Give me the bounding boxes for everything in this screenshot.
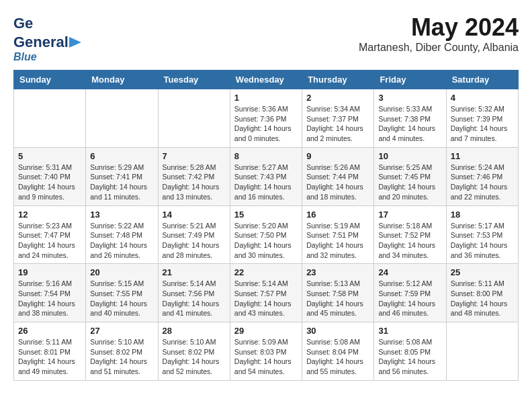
day-number: 13	[90, 210, 153, 220]
day-number: 19	[18, 267, 81, 277]
calendar-cell: 30Sunrise: 5:08 AM Sunset: 8:04 PM Dayli…	[302, 322, 374, 381]
day-number: 9	[306, 151, 369, 161]
calendar-cell: 3Sunrise: 5:33 AM Sunset: 7:38 PM Daylig…	[374, 89, 446, 148]
day-info: Sunrise: 5:19 AM Sunset: 7:51 PM Dayligh…	[306, 221, 369, 261]
logo: General General Blue	[13, 13, 82, 63]
day-header-wednesday: Wednesday	[230, 71, 302, 89]
calendar-week-row: 1Sunrise: 5:36 AM Sunset: 7:36 PM Daylig…	[14, 89, 519, 148]
calendar-cell: 1Sunrise: 5:36 AM Sunset: 7:36 PM Daylig…	[230, 89, 302, 148]
calendar-cell: 16Sunrise: 5:19 AM Sunset: 7:51 PM Dayli…	[302, 205, 374, 264]
day-number: 1	[234, 93, 298, 103]
day-info: Sunrise: 5:11 AM Sunset: 8:01 PM Dayligh…	[18, 337, 81, 377]
calendar-week-row: 5Sunrise: 5:31 AM Sunset: 7:40 PM Daylig…	[14, 147, 519, 205]
day-header-saturday: Saturday	[446, 71, 518, 89]
day-number: 29	[234, 326, 298, 336]
day-info: Sunrise: 5:23 AM Sunset: 7:47 PM Dayligh…	[18, 221, 81, 261]
day-info: Sunrise: 5:13 AM Sunset: 7:58 PM Dayligh…	[306, 279, 369, 318]
calendar-cell: 11Sunrise: 5:24 AM Sunset: 7:46 PM Dayli…	[446, 147, 518, 205]
location-title: Martanesh, Diber County, Albania	[359, 42, 519, 54]
calendar-week-row: 12Sunrise: 5:23 AM Sunset: 7:47 PM Dayli…	[14, 205, 519, 264]
day-info: Sunrise: 5:08 AM Sunset: 8:04 PM Dayligh…	[306, 337, 369, 377]
day-number: 23	[306, 267, 369, 277]
day-info: Sunrise: 5:27 AM Sunset: 7:43 PM Dayligh…	[234, 163, 298, 202]
day-number: 21	[163, 267, 226, 277]
day-info: Sunrise: 5:34 AM Sunset: 7:37 PM Dayligh…	[306, 104, 369, 144]
day-number: 24	[378, 267, 441, 277]
day-number: 12	[18, 210, 81, 220]
calendar-cell: 21Sunrise: 5:14 AM Sunset: 7:56 PM Dayli…	[158, 264, 230, 322]
day-header-thursday: Thursday	[302, 71, 374, 89]
calendar-week-row: 26Sunrise: 5:11 AM Sunset: 8:01 PM Dayli…	[14, 322, 519, 381]
calendar-cell: 31Sunrise: 5:08 AM Sunset: 8:05 PM Dayli…	[374, 322, 446, 381]
day-info: Sunrise: 5:36 AM Sunset: 7:36 PM Dayligh…	[234, 104, 298, 144]
day-number: 26	[18, 326, 81, 336]
svg-marker-1	[69, 37, 81, 48]
day-info: Sunrise: 5:12 AM Sunset: 7:59 PM Dayligh…	[378, 279, 441, 318]
day-number: 7	[163, 151, 226, 161]
calendar-week-row: 19Sunrise: 5:16 AM Sunset: 7:54 PM Dayli…	[14, 264, 519, 322]
day-number: 31	[378, 326, 441, 336]
logo-blue-text: Blue	[13, 51, 37, 63]
day-number: 8	[234, 151, 298, 161]
day-info: Sunrise: 5:28 AM Sunset: 7:42 PM Dayligh…	[163, 163, 226, 202]
calendar-cell: 27Sunrise: 5:10 AM Sunset: 8:02 PM Dayli…	[86, 322, 158, 381]
month-title: May 2024	[359, 13, 519, 42]
day-info: Sunrise: 5:09 AM Sunset: 8:03 PM Dayligh…	[234, 337, 298, 377]
day-info: Sunrise: 5:31 AM Sunset: 7:40 PM Dayligh…	[18, 163, 81, 202]
day-number: 5	[18, 151, 81, 161]
calendar-cell: 24Sunrise: 5:12 AM Sunset: 7:59 PM Dayli…	[374, 264, 446, 322]
title-area: May 2024 Martanesh, Diber County, Albani…	[359, 13, 519, 54]
day-info: Sunrise: 5:11 AM Sunset: 8:00 PM Dayligh…	[451, 279, 514, 318]
day-number: 10	[378, 151, 441, 161]
calendar-cell: 26Sunrise: 5:11 AM Sunset: 8:01 PM Dayli…	[14, 322, 86, 381]
day-number: 15	[234, 210, 298, 220]
day-number: 14	[163, 210, 226, 220]
calendar-cell: 4Sunrise: 5:32 AM Sunset: 7:39 PM Daylig…	[446, 89, 518, 148]
day-number: 28	[163, 326, 226, 336]
day-info: Sunrise: 5:10 AM Sunset: 8:02 PM Dayligh…	[163, 337, 226, 377]
day-number: 17	[378, 210, 441, 220]
calendar-cell: 5Sunrise: 5:31 AM Sunset: 7:40 PM Daylig…	[14, 147, 86, 205]
calendar-cell	[14, 89, 86, 148]
calendar-cell	[158, 89, 230, 148]
calendar-cell: 29Sunrise: 5:09 AM Sunset: 8:03 PM Dayli…	[230, 322, 302, 381]
calendar-cell: 15Sunrise: 5:20 AM Sunset: 7:50 PM Dayli…	[230, 205, 302, 264]
day-info: Sunrise: 5:14 AM Sunset: 7:57 PM Dayligh…	[234, 279, 298, 318]
day-number: 6	[90, 151, 153, 161]
svg-text:General: General	[13, 15, 34, 32]
calendar-cell: 17Sunrise: 5:18 AM Sunset: 7:52 PM Dayli…	[374, 205, 446, 264]
calendar-cell: 28Sunrise: 5:10 AM Sunset: 8:02 PM Dayli…	[158, 322, 230, 381]
day-info: Sunrise: 5:21 AM Sunset: 7:49 PM Dayligh…	[163, 221, 226, 261]
day-info: Sunrise: 5:32 AM Sunset: 7:39 PM Dayligh…	[451, 104, 514, 144]
logo-general-text: General	[13, 34, 69, 51]
day-header-friday: Friday	[374, 71, 446, 89]
day-info: Sunrise: 5:22 AM Sunset: 7:48 PM Dayligh…	[90, 221, 153, 261]
day-info: Sunrise: 5:24 AM Sunset: 7:46 PM Dayligh…	[451, 163, 514, 202]
calendar-cell: 14Sunrise: 5:21 AM Sunset: 7:49 PM Dayli…	[158, 205, 230, 264]
day-info: Sunrise: 5:17 AM Sunset: 7:53 PM Dayligh…	[451, 221, 514, 261]
calendar-cell: 6Sunrise: 5:29 AM Sunset: 7:41 PM Daylig…	[86, 147, 158, 205]
day-info: Sunrise: 5:14 AM Sunset: 7:56 PM Dayligh…	[163, 279, 226, 318]
day-number: 22	[234, 267, 298, 277]
day-header-monday: Monday	[86, 71, 158, 89]
calendar-cell: 10Sunrise: 5:25 AM Sunset: 7:45 PM Dayli…	[374, 147, 446, 205]
day-number: 25	[451, 267, 514, 277]
day-number: 30	[306, 326, 369, 336]
calendar-cell: 2Sunrise: 5:34 AM Sunset: 7:37 PM Daylig…	[302, 89, 374, 148]
calendar-cell: 18Sunrise: 5:17 AM Sunset: 7:53 PM Dayli…	[446, 205, 518, 264]
calendar-cell: 22Sunrise: 5:14 AM Sunset: 7:57 PM Dayli…	[230, 264, 302, 322]
day-number: 16	[306, 210, 369, 220]
calendar-cell: 7Sunrise: 5:28 AM Sunset: 7:42 PM Daylig…	[158, 147, 230, 205]
calendar-cell: 19Sunrise: 5:16 AM Sunset: 7:54 PM Dayli…	[14, 264, 86, 322]
day-info: Sunrise: 5:10 AM Sunset: 8:02 PM Dayligh…	[90, 337, 153, 377]
day-info: Sunrise: 5:26 AM Sunset: 7:44 PM Dayligh…	[306, 163, 369, 202]
day-number: 2	[306, 93, 369, 103]
day-number: 4	[451, 93, 514, 103]
day-info: Sunrise: 5:20 AM Sunset: 7:50 PM Dayligh…	[234, 221, 298, 261]
calendar-cell	[446, 322, 518, 381]
header: General General Blue May 2024 Martanesh,…	[13, 13, 519, 63]
calendar-cell	[86, 89, 158, 148]
day-info: Sunrise: 5:33 AM Sunset: 7:38 PM Dayligh…	[378, 104, 441, 144]
logo-arrow-icon	[69, 37, 81, 48]
calendar-cell: 9Sunrise: 5:26 AM Sunset: 7:44 PM Daylig…	[302, 147, 374, 205]
